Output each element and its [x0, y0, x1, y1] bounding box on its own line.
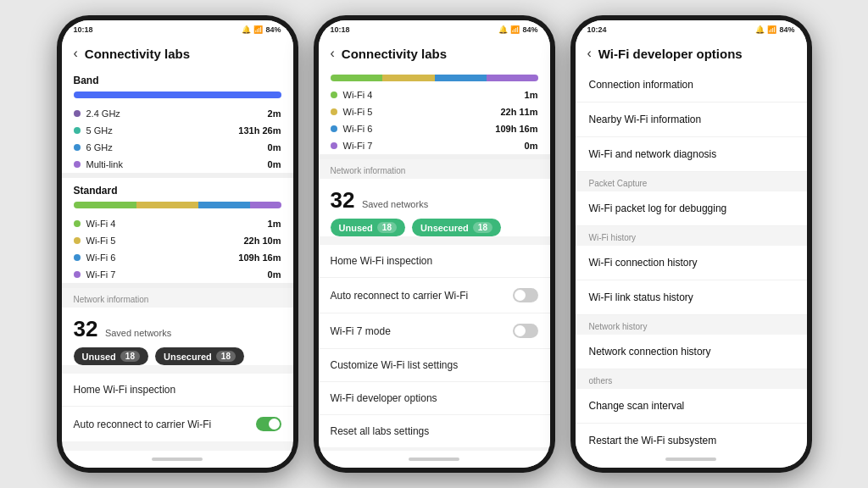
- value-5ghz: 131h 26m: [238, 125, 281, 136]
- label-wifi5: Wi-Fi 5: [86, 236, 116, 246]
- menu-home-wifi-p2[interactable]: Home Wi-Fi inspection: [319, 245, 550, 278]
- network-info-2: 32 Saved networks Unused 18 Unsecured 18: [319, 179, 550, 236]
- unused-badge-1[interactable]: Unused 18: [74, 347, 148, 365]
- phone-2: 10:18 🔔 📶 84% ‹ Connectivity labs Wi-Fi …: [314, 15, 555, 473]
- back-button-1[interactable]: ‹: [74, 46, 78, 61]
- network-row-wifi7: Wi-Fi 7 0m: [62, 266, 293, 283]
- menu-auto-reconnect-p2[interactable]: Auto reconnect to carrier Wi-Fi: [319, 278, 550, 313]
- menu-reset-labs-p2[interactable]: Reset all labs settings: [319, 415, 550, 447]
- network-row-wifi4: Wi-Fi 4 1m: [62, 215, 293, 232]
- home-bar-1: [62, 451, 293, 468]
- network-row-6ghz: 6 GHz 0m: [62, 139, 293, 156]
- dev-option-diagnosis[interactable]: Wi-Fi and network diagnosis: [576, 137, 807, 172]
- value-multilink: 0m: [268, 159, 281, 169]
- network-row-wifi5-p2: Wi-Fi 5 22h 11m: [319, 103, 550, 120]
- dev-option-wifi-connection-history[interactable]: Wi-Fi connection history: [576, 246, 807, 280]
- status-bar-3: 10:24 🔔 📶 84%: [576, 20, 807, 39]
- home-bar-2: [319, 451, 550, 468]
- label-24ghz: 2.4 GHz: [86, 108, 120, 119]
- toggle-auto-reconnect-p2[interactable]: [513, 288, 538, 302]
- label-wifi4: Wi-Fi 4: [86, 219, 116, 229]
- home-indicator-3: [665, 458, 716, 461]
- unused-label-2: Unused: [339, 223, 373, 233]
- saved-label-2: Saved networks: [362, 199, 428, 209]
- network-row-5ghz: 5 GHz 131h 26m: [62, 122, 293, 139]
- dev-option-packet-log[interactable]: Wi-Fi packet log for debugging: [576, 191, 807, 226]
- scroll-area-2[interactable]: Wi-Fi 4 1m Wi-Fi 5 22h 11m Wi-Fi 6 109h …: [319, 68, 550, 451]
- phone-3: 10:24 🔔 📶 84% ‹ Wi-Fi developer options …: [570, 15, 812, 473]
- dot-multilink: [74, 161, 81, 168]
- section-label-network-history: Network history: [576, 315, 807, 335]
- back-button-2[interactable]: ‹: [331, 46, 335, 61]
- dev-option-nearby-wifi[interactable]: Nearby Wi-Fi information: [576, 103, 807, 137]
- unsecured-badge-1[interactable]: Unsecured 18: [155, 347, 244, 365]
- menu-customize-p2[interactable]: Customize Wi-Fi list settings: [319, 349, 550, 382]
- network-info-label-1: Network information: [62, 288, 293, 308]
- dot-wifi4: [74, 220, 81, 227]
- label-wifi6: Wi-Fi 6: [86, 252, 116, 263]
- phone-1: 10:18 🔔 📶 84% ‹ Connectivity labs Band 2…: [57, 15, 298, 473]
- section-label-others: others: [576, 369, 807, 389]
- back-button-3[interactable]: ‹: [587, 46, 592, 61]
- menu-home-wifi-inspection-1[interactable]: Home Wi-Fi inspection: [62, 374, 293, 407]
- status-time-1: 10:18: [74, 25, 93, 34]
- unsecured-count-2: 18: [473, 222, 492, 233]
- nav-title-2: Connectivity labs: [342, 47, 447, 61]
- progress-bar-2: [331, 75, 538, 81]
- value-wifi4: 1m: [268, 219, 281, 229]
- dot-wifi5-p2: [331, 108, 337, 115]
- menu-wifi7-mode-p2[interactable]: Wi-Fi 7 mode: [319, 313, 550, 349]
- value-wifi4-p2: 1m: [525, 90, 538, 100]
- unsecured-count-1: 18: [216, 351, 236, 362]
- nav-bar-1: ‹ Connectivity labs: [62, 39, 293, 68]
- unsecured-label-1: Unsecured: [164, 352, 212, 362]
- scroll-area-1[interactable]: Band 2.4 GHz 2m 5 GHz 131h 26m: [62, 68, 293, 451]
- value-24ghz: 2m: [268, 108, 281, 119]
- label-wifi6-p2: Wi-Fi 6: [343, 124, 373, 134]
- section-label-wifi-history: Wi-Fi history: [576, 226, 807, 246]
- network-info-1: 32 Saved networks Unused 18 Unsecured 18: [62, 308, 293, 365]
- nav-title-1: Connectivity labs: [85, 47, 190, 61]
- home-indicator-2: [409, 458, 459, 461]
- label-6ghz: 6 GHz: [86, 142, 113, 152]
- saved-count-2: 32: [331, 187, 355, 213]
- network-row-wifi4-p2: Wi-Fi 4 1m: [319, 86, 550, 103]
- badge-row-1: Unused 18 Unsecured 18: [74, 347, 281, 365]
- dot-wifi7: [74, 271, 81, 278]
- dev-option-scan-interval[interactable]: Change scan interval: [576, 389, 807, 424]
- network-row-wifi5: Wi-Fi 5 22h 10m: [62, 232, 293, 249]
- label-multilink: Multi-link: [86, 159, 123, 169]
- toggle-wifi7-mode-p2[interactable]: [513, 324, 538, 338]
- band-bar: [74, 92, 281, 98]
- scroll-area-3[interactable]: Connection information Nearby Wi-Fi info…: [576, 68, 807, 451]
- label-wifi4-p2: Wi-Fi 4: [343, 90, 373, 100]
- label-wifi5-p2: Wi-Fi 5: [343, 107, 373, 117]
- dev-option-network-connection-history[interactable]: Network connection history: [576, 335, 807, 369]
- menu-developer-options-p2[interactable]: Wi-Fi developer options: [319, 382, 550, 415]
- dev-option-connection-info[interactable]: Connection information: [576, 68, 807, 103]
- home-indicator-1: [152, 458, 203, 461]
- toggle-auto-reconnect-1[interactable]: [256, 417, 281, 431]
- value-6ghz: 0m: [268, 142, 281, 152]
- menu-auto-reconnect-1[interactable]: Auto reconnect to carrier Wi-Fi: [62, 407, 293, 441]
- network-row-wifi7-p2: Wi-Fi 7 0m: [319, 137, 550, 154]
- nav-title-3: Wi-Fi developer options: [598, 47, 743, 61]
- unsecured-label-2: Unsecured: [420, 223, 469, 233]
- section-label-packet-capture: Packet Capture: [576, 172, 807, 191]
- unsecured-badge-2[interactable]: Unsecured 18: [412, 219, 501, 236]
- dev-option-wifi-link-status[interactable]: Wi-Fi link status history: [576, 280, 807, 315]
- standard-section: Standard: [62, 178, 293, 215]
- unused-badge-2[interactable]: Unused 18: [331, 219, 405, 236]
- value-wifi6-p2: 109h 16m: [495, 124, 537, 134]
- dev-option-restart-wifi[interactable]: Restart the Wi-Fi subsystem: [576, 424, 807, 451]
- status-time-2: 10:18: [331, 25, 350, 34]
- value-wifi5-p2: 22h 11m: [500, 107, 537, 117]
- dot-6ghz: [74, 144, 81, 151]
- band-section: Band: [62, 68, 293, 105]
- status-icons-1: 🔔 📶 84%: [242, 25, 281, 34]
- band-label: Band: [74, 75, 281, 86]
- home-bar-3: [576, 451, 807, 468]
- dot-5ghz: [74, 127, 81, 134]
- nav-bar-3: ‹ Wi-Fi developer options: [576, 39, 807, 68]
- label-wifi7: Wi-Fi 7: [86, 269, 116, 280]
